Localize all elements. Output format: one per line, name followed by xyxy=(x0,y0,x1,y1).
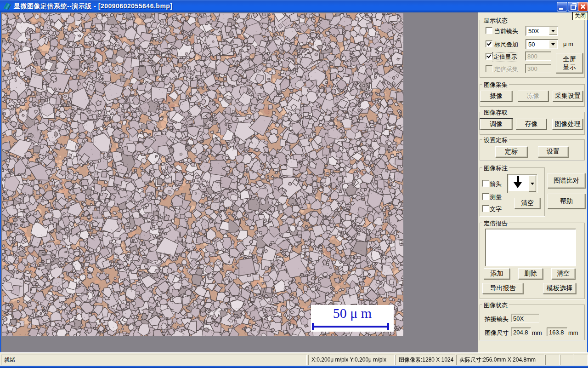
group-calibration-title: 设置定标 xyxy=(482,136,509,144)
restore-icon xyxy=(571,5,576,10)
arrow-label: 箭头 xyxy=(490,180,502,188)
micrograph-image[interactable] xyxy=(2,13,403,336)
shoot-lens-field[interactable]: 50X xyxy=(511,314,539,322)
report-clear-button[interactable]: 清空 xyxy=(551,268,575,279)
status-scale: X:0.200μ m/pix Y:0.200μ m/pix xyxy=(308,355,395,365)
group-display-status-title: 显示状态 xyxy=(482,17,509,25)
scale-bar-label: 50 μ m xyxy=(311,305,394,321)
measure-label: 测量 xyxy=(490,193,502,201)
shoot-lens-label: 拍摄镜头 xyxy=(485,315,509,323)
status-empty-1 xyxy=(545,355,560,365)
app-icon xyxy=(3,2,11,10)
zoom-display-checkbox[interactable] xyxy=(486,53,492,60)
zoom-capture-checkbox xyxy=(486,65,492,72)
text-checkbox[interactable] xyxy=(482,205,489,212)
minimize-icon xyxy=(559,8,563,10)
restore-button[interactable] xyxy=(568,2,578,12)
status-empty-2 xyxy=(560,355,573,365)
template-select-button[interactable]: 模板选择 xyxy=(543,283,576,294)
minimize-button[interactable] xyxy=(557,2,567,12)
close-button[interactable] xyxy=(578,2,588,12)
measure-checkbox[interactable] xyxy=(482,193,489,200)
image-process-button[interactable]: 图像处理 xyxy=(552,119,583,130)
help-button[interactable]: 帮助 xyxy=(548,194,585,209)
scale-bar-tick-left xyxy=(312,323,314,330)
arrow-down-icon xyxy=(514,182,522,188)
image-size-label: 图像尺寸 xyxy=(485,329,509,337)
chevron-down-icon xyxy=(551,30,555,32)
title-bar: 显微图像定倍系统--演示版 - [20090602055646.bmp] xyxy=(0,0,588,12)
report-add-button[interactable]: 添加 xyxy=(484,268,510,279)
chevron-down-icon xyxy=(531,183,534,185)
ruler-size-value: 50 xyxy=(528,41,535,48)
group-report-title: 定倍报告 xyxy=(482,219,509,228)
arrow-down-icon xyxy=(517,176,519,183)
fullscreen-button-line2: 显示 xyxy=(563,63,576,71)
save-image-button[interactable]: 存像 xyxy=(516,119,547,130)
current-lens-value: 50X xyxy=(528,28,539,34)
group-annotation-title: 图像标注 xyxy=(482,164,509,172)
status-pixels: 图像像素:1280 X 1024 xyxy=(396,355,455,365)
text-label: 文字 xyxy=(490,205,502,213)
shoot-button[interactable]: 摄像 xyxy=(480,91,512,102)
status-actual-size: 实际尺寸:256.0mm X 204.8mm xyxy=(456,355,544,365)
status-empty-3 xyxy=(574,355,588,365)
capture-settings-button[interactable]: 采集设置 xyxy=(553,91,583,102)
calibrate-button[interactable]: 定标 xyxy=(495,146,527,157)
image-width-field[interactable]: 204.8 xyxy=(511,328,531,336)
group-capture-title: 图像采集 xyxy=(482,81,509,89)
ruler-unit-label: μ m xyxy=(563,40,573,47)
status-bar: 就绪 X:0.200μ m/pix Y:0.200μ m/pix 图像像素:12… xyxy=(0,352,588,366)
load-image-button[interactable]: 调像 xyxy=(480,119,512,130)
zoom-capture-label: 定倍采集 xyxy=(494,65,518,74)
zoom-capture-field: 300 xyxy=(525,64,551,73)
fullscreen-button[interactable]: 全屏 显示 xyxy=(556,53,583,73)
image-height-field[interactable]: 163.8 xyxy=(547,328,567,336)
current-lens-combo[interactable]: 50X xyxy=(526,26,558,36)
arrow-style-dropdown-button[interactable] xyxy=(529,175,536,192)
close-tooltip: 关闭 xyxy=(572,12,588,20)
window-title: 显微图像定倍系统--演示版 - [20090602055646.bmp] xyxy=(14,2,173,11)
ruler-size-dropdown-button[interactable] xyxy=(549,40,557,48)
current-lens-dropdown-button[interactable] xyxy=(549,27,557,35)
report-delete-button[interactable]: 删除 xyxy=(518,268,543,279)
ruler-overlay-checkbox[interactable] xyxy=(486,40,492,47)
arrow-checkbox[interactable] xyxy=(482,180,489,187)
image-height-unit: mm xyxy=(568,329,578,336)
freeze-button: 冻像 xyxy=(518,91,548,102)
calibration-settings-button[interactable]: 设置 xyxy=(538,146,568,157)
scale-bar-tick-right xyxy=(387,323,389,330)
group-storage-title: 图像存取 xyxy=(482,109,509,117)
report-listbox[interactable] xyxy=(485,229,576,266)
scale-bar-line xyxy=(313,326,388,328)
clear-annotation-button[interactable]: 清空 xyxy=(514,198,540,209)
image-width-unit: mm xyxy=(532,329,542,336)
export-report-button[interactable]: 导出报告 xyxy=(482,283,523,294)
atlas-compare-button[interactable]: 图谱比对 xyxy=(548,173,585,188)
current-lens-label: 当前镜头 xyxy=(494,27,518,35)
group-image-status-title: 图像状态 xyxy=(482,301,509,310)
current-lens-checkbox[interactable] xyxy=(486,27,492,34)
chevron-down-icon xyxy=(551,43,555,46)
ruler-overlay-label: 标尺叠加 xyxy=(494,40,518,49)
zoom-display-label: 定倍显示 xyxy=(493,53,517,61)
arrow-style-combo[interactable] xyxy=(507,174,537,193)
status-ready: 就绪 xyxy=(1,355,307,365)
ruler-size-combo[interactable]: 50 xyxy=(526,39,558,49)
zoom-display-field: 800 xyxy=(525,52,551,61)
fullscreen-button-line1: 全屏 xyxy=(563,55,576,63)
